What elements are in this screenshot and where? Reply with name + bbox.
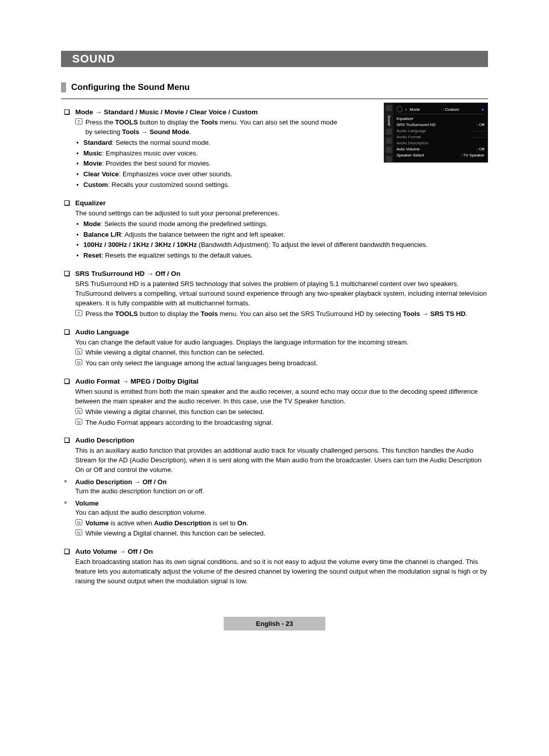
note-icon: N [75,519,82,525]
note: NWhile viewing a Digital channel, this f… [75,529,488,539]
list-item: 100Hz / 300Hz / 1KHz / 3KHz / 10KHz (Ban… [75,240,488,250]
chapter-title-bar: SOUND [61,51,488,67]
chapter-title: SOUND [61,52,115,66]
section-title: Configuring the Sound Menu [61,82,488,92]
subhead-auto-volume: Auto Volume → Off / On [75,548,488,555]
note: NThe Audio Format appears according to t… [75,418,488,428]
subsection-audio-language: Audio Language You can change the defaul… [75,328,488,369]
subsub-ad-onoff: Audio Description → Off / On [75,478,488,486]
note-icon: N [75,408,82,414]
list-item: Reset: Resets the equalizer settings to … [75,251,488,261]
subsection-audio-format: Audio Format → MPEG / Dolby Digital When… [75,377,488,427]
note: NVolume is active when Audio Description… [75,519,488,528]
section-divider [61,99,488,99]
body-text: Each broadcasting station has its own si… [75,557,488,586]
subsection-equalizer: Equalizer The sound settings can be adju… [75,199,488,261]
body-text: You can adjust the audio description vol… [75,508,488,518]
list-item: Movie: Provides the best sound for movie… [75,159,345,169]
note-icon: N [75,419,82,425]
note: NYou can only select the language among … [75,359,488,368]
list-item: Balance L/R: Adjusts the balance between… [75,230,488,240]
body-text: This is an auxiliary audio function that… [75,446,488,475]
subsection-mode: Mode → Standard / Music / Movie / Clear … [75,108,488,190]
subsection-audio-description: Audio Description This is an auxiliary a… [75,436,488,539]
subsub-volume: Volume [75,499,488,507]
note: NWhile viewing a digital channel, this f… [75,348,488,358]
subhead-audio-format: Audio Format → MPEG / Dolby Digital [75,377,488,385]
tools-tip: TPress the TOOLS button to display the T… [75,309,488,319]
list-item: Music: Emphasizes music over voices. [75,149,345,159]
tools-tip: TPress the TOOLS button to display the T… [75,118,345,137]
tools-icon: T [75,310,82,316]
body-text: SRS TruSurround HD is a patented SRS tec… [75,279,488,308]
page-footer: English - 23 [224,617,325,631]
note-icon: N [75,529,82,536]
body-text: The sound settings can be adjusted to su… [75,209,488,218]
note-icon: N [75,359,82,365]
subhead-audio-language: Audio Language [75,328,488,336]
subhead-srs: SRS TruSurround HD → Off / On [75,270,488,277]
subsection-srs: SRS TruSurround HD → Off / On SRS TruSur… [75,270,488,319]
subhead-mode: Mode → Standard / Music / Movie / Clear … [75,108,488,116]
subsection-auto-volume: Auto Volume → Off / On Each broadcasting… [75,548,488,586]
list-item: Custom: Recalls your customized sound se… [75,180,345,190]
list-item: Clear Voice: Emphasizes voice over other… [75,170,345,179]
note: NWhile viewing a digital channel, this f… [75,407,488,417]
body-text: When sound is emitted from both the main… [75,387,488,406]
note-icon: N [75,349,82,355]
body-text: You can change the default value for aud… [75,338,488,348]
body-text: Turn the audio description function on o… [75,487,488,496]
tools-icon: T [75,118,82,124]
subhead-audio-description: Audio Description [75,436,488,444]
list-item: Standard: Selects the normal sound mode. [75,138,345,148]
list-item: Mode: Selects the sound mode among the p… [75,219,488,229]
subhead-equalizer: Equalizer [75,199,488,207]
